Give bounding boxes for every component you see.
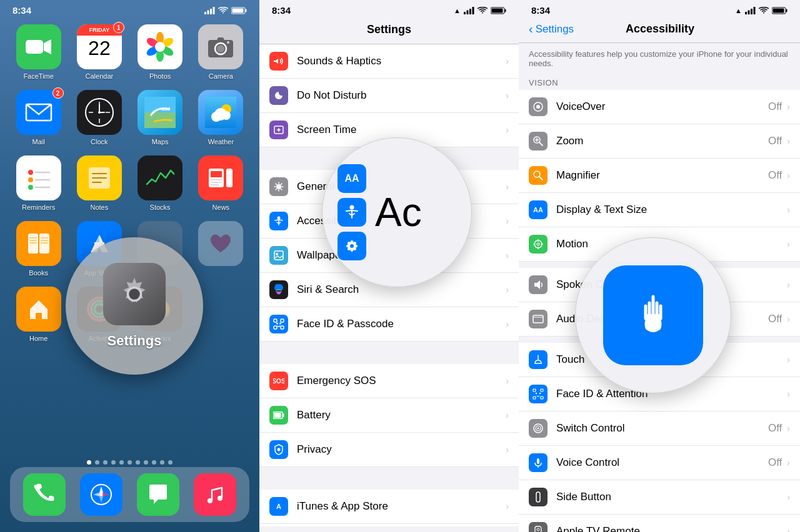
- faceid-acc-chevron: ›: [787, 389, 790, 399]
- svg-rect-77: [464, 12, 466, 14]
- app-photos[interactable]: Photos: [133, 24, 188, 80]
- switchcontrol-label: Switch Control: [556, 422, 768, 435]
- acc-row-switchcontrol[interactable]: Switch Control Off ›: [519, 411, 800, 446]
- zoom-big-text: Ac: [375, 192, 422, 232]
- acc-row-sidebutton[interactable]: Side Button ›: [519, 480, 800, 515]
- settings-row-itunes[interactable]: A iTunes & App Store ›: [259, 490, 519, 524]
- svg-rect-61: [41, 242, 48, 244]
- page-dot-2: [103, 460, 108, 465]
- svg-line-130: [539, 142, 542, 145]
- svg-rect-143: [541, 389, 543, 392]
- svg-point-155: [537, 528, 539, 531]
- voiceover-value: Off: [768, 101, 782, 113]
- itunes-icon: A: [269, 497, 288, 516]
- clock-label: Clock: [91, 138, 108, 145]
- displaytext-icon: AA: [529, 200, 548, 219]
- svg-rect-79: [469, 9, 471, 14]
- voiceover-label: VoiceOver: [556, 101, 768, 113]
- home-icon: [16, 287, 61, 332]
- general-icon: [269, 177, 288, 196]
- clock-icon: [77, 90, 122, 135]
- settings-row-privacy[interactable]: Privacy ›: [259, 433, 519, 467]
- app-notes[interactable]: Notes: [72, 155, 126, 211]
- svg-line-134: [539, 177, 542, 180]
- settings-row-battery[interactable]: Battery ›: [259, 398, 519, 433]
- books-icon: [16, 221, 61, 266]
- svg-point-36: [222, 111, 231, 120]
- svg-rect-91: [274, 319, 277, 322]
- spoken-chevron: ›: [787, 280, 790, 290]
- svg-rect-57: [29, 240, 37, 241]
- dock-safari[interactable]: [80, 473, 122, 516]
- home-label: Home: [29, 335, 48, 342]
- svg-point-39: [28, 177, 33, 182]
- acc-row-displaytext[interactable]: AA Display & Text Size ›: [519, 193, 800, 227]
- acc-back-button[interactable]: ‹ Settings: [529, 22, 574, 36]
- acc-nav: ‹ Settings Accessibility: [519, 18, 800, 43]
- app-home[interactable]: Home: [11, 287, 66, 342]
- accessibility-panel: 8:34 ▲ ‹ Setting: [519, 0, 800, 532]
- health-icon: [198, 221, 243, 266]
- audiodesc-chevron: ›: [787, 314, 790, 324]
- settings-row-sounds[interactable]: Sounds & Haptics ›: [259, 44, 519, 79]
- stocks-icon: [138, 155, 182, 200]
- acc-row-zoom[interactable]: Zoom Off ›: [519, 124, 800, 159]
- wifi-icon: [218, 7, 228, 14]
- svg-point-18: [227, 41, 229, 44]
- spoken-icon: [529, 275, 548, 294]
- svg-point-87: [276, 184, 281, 189]
- acc-row-appletvremote[interactable]: Apple TV Remote ›: [519, 515, 800, 532]
- app-books[interactable]: Books: [11, 221, 66, 277]
- app-health[interactable]: [194, 221, 248, 277]
- touch-icon-large: [603, 265, 703, 365]
- svg-point-102: [278, 448, 281, 451]
- mail-label: Mail: [32, 138, 45, 145]
- screentime-label: Screen Time: [297, 124, 506, 136]
- svg-rect-1: [208, 10, 209, 14]
- app-facetime[interactable]: FaceTime: [11, 24, 66, 80]
- dock-phone[interactable]: [23, 473, 66, 516]
- app-clock[interactable]: Clock: [72, 90, 126, 145]
- svg-rect-89: [274, 251, 283, 260]
- dock-messages[interactable]: [137, 473, 179, 516]
- facetime-icon: [16, 24, 61, 69]
- app-mail[interactable]: 2 Mail: [11, 90, 66, 145]
- settings-row-faceid[interactable]: Face ID & Passcode ›: [259, 307, 519, 342]
- camera-label: Camera: [209, 72, 233, 80]
- magnifier-icon: [529, 166, 548, 185]
- settings-row-wallet[interactable]: Wallet & Apple Pay ›: [259, 524, 519, 526]
- photos-icon: [138, 24, 182, 69]
- app-reminders[interactable]: Reminders: [11, 155, 66, 211]
- audiodesc-icon: [529, 310, 548, 328]
- app-maps[interactable]: 280 Maps: [133, 90, 188, 145]
- switchcontrol-chevron: ›: [787, 423, 790, 433]
- app-stocks[interactable]: Stocks: [133, 155, 188, 211]
- acc-row-voiceover[interactable]: VoiceOver Off ›: [519, 90, 800, 124]
- page-dot-0: [87, 460, 91, 465]
- app-calendar[interactable]: FRIDAY 22 1 Calendar: [72, 24, 126, 80]
- settings-wifi-icon: [478, 7, 488, 14]
- zoom-aa-icon: AA: [338, 164, 366, 193]
- vision-rows: VoiceOver Off › Zoom Off › Magnifier Off…: [519, 90, 800, 262]
- screentime-chevron: ›: [506, 125, 509, 135]
- svg-text:SOS: SOS: [273, 378, 284, 385]
- faceid-label: Face ID & Passcode: [297, 318, 506, 330]
- motion-icon: [529, 235, 548, 254]
- app-weather[interactable]: Weather: [194, 90, 248, 145]
- magnifier-label: Magnifier: [556, 169, 768, 182]
- settings-row-emergency[interactable]: SOS Emergency SOS ›: [259, 364, 519, 398]
- acc-row-voicecontrol[interactable]: Voice Control Off ›: [519, 446, 800, 480]
- svg-rect-141: [533, 315, 543, 323]
- dock-music[interactable]: [194, 473, 236, 516]
- svg-point-147: [539, 393, 541, 394]
- wallpaper-chevron: ›: [506, 250, 509, 260]
- acc-row-magnifier[interactable]: Magnifier Off ›: [519, 159, 800, 193]
- camera-icon: [198, 24, 243, 69]
- svg-point-128: [536, 105, 540, 109]
- app-camera[interactable]: Camera: [194, 24, 248, 80]
- app-news[interactable]: News: [194, 155, 248, 211]
- svg-rect-58: [29, 242, 37, 244]
- settings-row-dnd[interactable]: Do Not Disturb ›: [259, 79, 519, 113]
- phone-panel: 8:34: [0, 0, 259, 532]
- svg-rect-60: [41, 240, 48, 241]
